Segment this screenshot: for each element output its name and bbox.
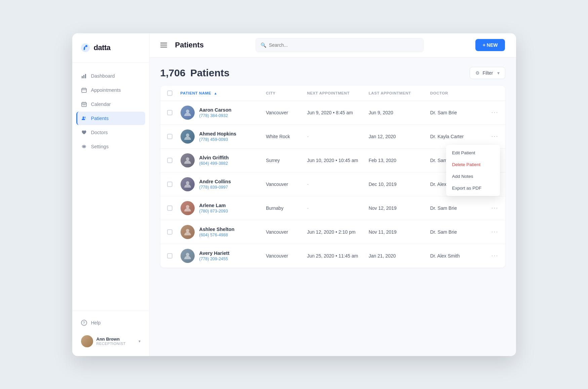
user-chevron-icon: ▾ — [139, 339, 141, 344]
svg-point-1 — [85, 45, 87, 47]
patient-city: Vancouver — [266, 182, 307, 187]
patient-doctor: Dr. Sam Brie — [430, 229, 485, 235]
user-card[interactable]: Ann Brown Receptionist ▾ — [76, 332, 145, 351]
row-checkbox[interactable] — [167, 158, 172, 163]
patient-info: Ahmed Hopkins (778) 459-0093 — [199, 131, 236, 142]
sidebar-logo: datta — [72, 33, 149, 63]
row-checkbox[interactable] — [167, 253, 172, 259]
row-checkbox[interactable] — [167, 110, 172, 115]
col-last-appointment[interactable]: LAST APPOINTMENT — [368, 91, 430, 95]
patients-list: Aaron Carson (778) 384-0932 Vancouver Ju… — [160, 101, 505, 268]
patient-cell: Avery Hariett (778) 209-2455 — [181, 249, 266, 263]
table-row[interactable]: Aaron Carson (778) 384-0932 Vancouver Ju… — [160, 101, 505, 125]
patient-city: Surrey — [266, 158, 307, 163]
context-menu-notes[interactable]: Add Notes — [446, 170, 500, 182]
sidebar-item-settings-label: Settings — [91, 144, 109, 149]
user-name: Ann Brown — [96, 337, 135, 342]
col-next-appointment[interactable]: NEXT APPOINTMENT — [307, 91, 368, 95]
gear-icon — [81, 144, 87, 150]
sidebar-item-calendar-label: Calendar — [91, 102, 111, 107]
sort-icon: ▲ — [214, 91, 218, 95]
patient-name: Alvin Griffith — [199, 155, 229, 160]
patient-last-appointment: Jan 12, 2020 — [368, 134, 430, 139]
filter-icon: ⚙ — [475, 70, 480, 76]
user-avatar — [81, 335, 93, 347]
row-checkbox[interactable] — [167, 205, 172, 211]
sidebar-item-dashboard[interactable]: Dashboard — [76, 69, 145, 83]
table-row[interactable]: Ashlee Shelton (604) 576-4988 Vancouver … — [160, 220, 505, 244]
patient-avatar — [181, 153, 195, 167]
hamburger-button[interactable] — [160, 43, 167, 47]
patient-doctor: Dr. Kayla Carter — [430, 134, 485, 139]
patient-next-appointment: - — [307, 205, 368, 211]
patient-cell: Ashlee Shelton (604) 576-4988 — [181, 225, 266, 239]
context-menu: Edit Patient Delete Patient Add Notes Ex… — [446, 145, 500, 196]
row-checkbox[interactable] — [167, 229, 172, 235]
patient-city: Burnaby — [266, 205, 307, 211]
patient-cell: Andre Collins (778) 839-0997 — [181, 177, 266, 191]
checkbox-all[interactable] — [167, 90, 181, 96]
col-patient-name[interactable]: PATIENT NAME ▲ — [181, 91, 266, 95]
filter-button[interactable]: ⚙ Filter ▾ — [470, 67, 505, 79]
patient-name: Ashlee Shelton — [199, 227, 235, 232]
select-all-checkbox[interactable] — [167, 90, 172, 96]
patients-table: PATIENT NAME ▲ CITY NEXT APPOINTMENT LAS… — [160, 86, 505, 268]
filter-label: Filter — [482, 70, 493, 76]
patient-city: Vancouver — [266, 229, 307, 235]
patient-cell: Arlene Lam (780) 873-2093 — [181, 201, 266, 215]
search-input[interactable] — [269, 42, 419, 48]
patient-next-appointment: Jun 9, 2020 • 8:45 am — [307, 110, 368, 115]
table-row[interactable]: Avery Hariett (778) 209-2455 Vancouver J… — [160, 244, 505, 268]
sidebar: datta Dashboard — [72, 33, 150, 356]
row-checkbox[interactable] — [167, 134, 172, 139]
svg-rect-5 — [82, 88, 86, 92]
sidebar-item-doctors[interactable]: Doctors — [76, 126, 145, 139]
row-menu-button[interactable]: ··· — [485, 133, 498, 140]
svg-point-14 — [186, 157, 189, 161]
context-menu-export[interactable]: Export as PDF — [446, 182, 500, 194]
topbar: Patients 🔍 + NEW — [150, 33, 516, 57]
patients-content: 1,706 Patients ⚙ Filter ▾ PATIENT NAME — [150, 57, 516, 356]
patient-doctor: Dr. Alex Smith — [430, 253, 485, 259]
col-doctor[interactable]: DOCTOR — [430, 91, 485, 95]
row-menu-button[interactable]: ··· — [485, 109, 498, 116]
context-menu-delete[interactable]: Delete Patient — [446, 159, 500, 170]
search-bar: 🔍 — [256, 38, 424, 52]
help-item[interactable]: ? Help — [76, 316, 145, 329]
table-row[interactable]: Ahmed Hopkins (778) 459-0093 White Rock … — [160, 125, 505, 149]
patient-name: Andre Collins — [199, 179, 231, 184]
row-menu-button[interactable]: ··· — [485, 228, 498, 235]
patient-avatar — [181, 106, 195, 120]
patients-icon — [81, 115, 87, 121]
sidebar-item-calendar[interactable]: Calendar — [76, 98, 145, 111]
search-icon: 🔍 — [261, 42, 266, 48]
patient-name: Arlene Lam — [199, 203, 228, 208]
svg-rect-9 — [85, 105, 85, 105]
sidebar-item-settings[interactable]: Settings — [76, 140, 145, 153]
patient-phone: (780) 873-2093 — [199, 209, 228, 213]
patient-last-appointment: Jan 21, 2020 — [368, 253, 430, 259]
table-row[interactable]: Arlene Lam (780) 873-2093 Burnaby - Nov … — [160, 196, 505, 220]
svg-point-17 — [186, 229, 189, 232]
svg-rect-7 — [83, 105, 83, 105]
context-menu-edit[interactable]: Edit Patient — [446, 147, 500, 159]
appointments-icon — [81, 87, 87, 93]
sidebar-item-patients-label: Patients — [91, 116, 109, 121]
row-checkbox[interactable] — [167, 182, 172, 187]
row-menu-button[interactable]: ··· — [485, 204, 498, 211]
patients-label: Patients — [190, 67, 230, 78]
row-checkbox-wrapper — [167, 182, 181, 187]
content-header: 1,706 Patients ⚙ Filter ▾ — [160, 67, 505, 79]
row-checkbox-wrapper — [167, 158, 181, 163]
sidebar-item-appointments[interactable]: Appointments — [76, 83, 145, 97]
sidebar-item-patients[interactable]: Patients — [76, 112, 145, 125]
new-button[interactable]: + NEW — [475, 39, 505, 51]
sidebar-item-doctors-label: Doctors — [91, 130, 108, 135]
help-icon: ? — [81, 320, 87, 326]
sidebar-item-appointments-label: Appointments — [91, 87, 121, 93]
bar-chart-icon — [81, 73, 87, 79]
row-menu-button[interactable]: ··· — [485, 252, 498, 259]
user-role: Receptionist — [96, 342, 135, 346]
patient-cell: Ahmed Hopkins (778) 459-0093 — [181, 129, 266, 144]
col-city[interactable]: CITY — [266, 91, 307, 95]
